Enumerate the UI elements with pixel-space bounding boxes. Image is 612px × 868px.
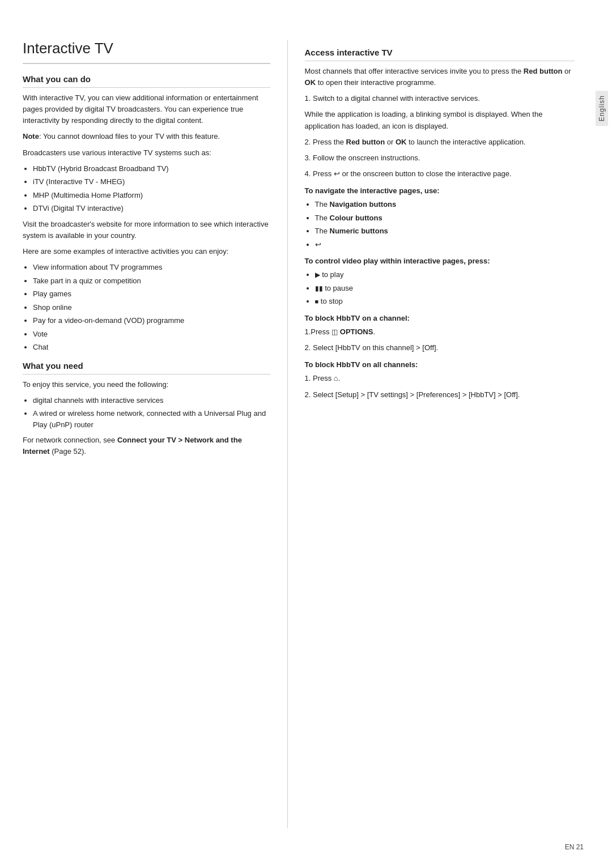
network-para-pre: For network connection, see — [23, 436, 117, 444]
list-item: ↩ — [315, 239, 575, 250]
access-title: Access interactive TV — [305, 48, 575, 61]
list-item: A wired or wireless home network, connec… — [33, 408, 270, 430]
back-icon-nav: ↩ — [315, 239, 321, 250]
numeric-buttons-label: Numeric buttons — [330, 227, 388, 235]
list-item: The Colour buttons — [315, 212, 575, 224]
list-item: Vote — [33, 329, 270, 340]
activities-list: View information about TV programmes Tak… — [33, 262, 270, 353]
block-all-title: To block HbbTV on all channels: — [305, 359, 575, 371]
step2-end: to launch the interactive application. — [406, 138, 525, 146]
access-para1-mid: or — [562, 67, 571, 75]
broadcasters-para: Broadcasters use various interactive TV … — [23, 147, 270, 159]
options-icon: ◫ — [332, 327, 338, 338]
navigation-buttons-label: Navigation buttons — [330, 200, 397, 209]
list-item: ▮▮ to pause — [315, 283, 575, 294]
list-item: View information about TV programmes — [33, 262, 270, 273]
list-item: digital channels with interactive servic… — [33, 395, 270, 406]
list-item: DTVi (Digital TV interactive) — [33, 203, 270, 214]
block-channel-title: To block HbbTV on a channel: — [305, 313, 575, 324]
block-step1-pre: 1.Press — [305, 327, 332, 336]
network-para-post: (Page 52). — [50, 447, 86, 456]
side-tab: English — [592, 23, 612, 845]
side-tab-label: English — [596, 91, 608, 126]
list-item: Take part in a quiz or competition — [33, 275, 270, 287]
examples-para: Here are some examples of interactive ac… — [23, 246, 270, 257]
page-title: Interactive TV — [23, 40, 270, 64]
requirements-list: digital channels with interactive servic… — [33, 395, 270, 431]
red-button-label: Red button — [524, 67, 563, 75]
list-item: iTV (Interactive TV - MHEG) — [33, 176, 270, 188]
block-all-step1-pre: 1. Press — [305, 374, 334, 382]
step2: 2. Press the Red button or OK to launch … — [305, 137, 575, 148]
access-para1-pre: Most channels that offer interactive ser… — [305, 67, 524, 75]
systems-list: HbbTV (Hybrid Broadcast Broadband TV) iT… — [33, 163, 270, 214]
step3: 3. Follow the onscreen instructions. — [305, 152, 575, 164]
control-list: ▶ to play ▮▮ to pause ■ to stop — [315, 269, 575, 307]
right-column: Access interactive TV Most channels that… — [288, 40, 575, 828]
back-icon: ↩ — [334, 168, 340, 180]
step2-red-button: Red button — [346, 138, 385, 146]
block-channel-step1: 1.Press ◫ OPTIONS. — [305, 326, 575, 338]
what-you-need-title: What you need — [23, 361, 270, 375]
home-icon: ⌂ — [334, 373, 338, 384]
list-item: Chat — [33, 342, 270, 353]
visit-para: Visit the broadcaster's website for more… — [23, 219, 270, 241]
list-item: Pay for a video-on-demand (VOD) programm… — [33, 315, 270, 326]
control-title: To control video play within interactive… — [305, 256, 575, 267]
list-item: Play games — [33, 288, 270, 300]
enjoy-para: To enjoy this service, you need the foll… — [23, 379, 270, 390]
block-step1-end: . — [373, 327, 375, 336]
block-all-step1: 1. Press ⌂. — [305, 373, 575, 384]
navigate-list: The Navigation buttons The Colour button… — [315, 199, 575, 250]
access-para1: Most channels that offer interactive ser… — [305, 66, 575, 88]
ok-label: OK — [305, 78, 316, 87]
list-item: HbbTV (Hybrid Broadcast Broadband TV) — [33, 163, 270, 175]
step4-pre: 4. Press — [305, 169, 334, 178]
options-label: OPTIONS — [338, 327, 373, 336]
access-para1-end: to open their interactive programme. — [316, 78, 436, 87]
colour-buttons-label: Colour buttons — [330, 214, 382, 222]
block-channel-step2: 2. Select [HbbTV on this channel] > [Off… — [305, 342, 575, 354]
list-item: Shop online — [33, 302, 270, 313]
step1-note: While the application is loading, a blin… — [305, 109, 575, 131]
list-item: The Numeric buttons — [315, 225, 575, 237]
pause-icon: ▮▮ — [315, 283, 323, 293]
step2-pre: 2. Press the — [305, 138, 346, 146]
navigate-title: To navigate the interactive pages, use: — [305, 185, 575, 197]
network-para: For network connection, see Connect your… — [23, 435, 270, 457]
play-icon: ▶ — [315, 270, 320, 280]
list-item: MHP (Multimedia Home Platform) — [33, 190, 270, 201]
step2-ok: OK — [396, 138, 407, 146]
block-all-step2: 2. Select [Setup] > [TV settings] > [Pre… — [305, 389, 575, 401]
page: Interactive TV What you can do With inte… — [0, 0, 612, 868]
left-column: Interactive TV What you can do With inte… — [23, 40, 288, 828]
list-item: The Navigation buttons — [315, 199, 575, 210]
content-area: Interactive TV What you can do With inte… — [0, 23, 592, 845]
note-text: : You cannot download files to your TV w… — [39, 132, 220, 141]
step1: 1. Switch to a digital channel with inte… — [305, 93, 575, 104]
block-all-step1-end: . — [338, 374, 341, 382]
what-you-can-do-para1: With interactive TV, you can view additi… — [23, 92, 270, 126]
note-para: Note: You cannot download files to your … — [23, 131, 270, 142]
step2-mid: or — [385, 138, 396, 146]
step4: 4. Press ↩ or the onscreen button to clo… — [305, 168, 575, 180]
list-item: ■ to stop — [315, 296, 575, 307]
list-item: ▶ to play — [315, 269, 575, 280]
step4-end: or the onscreen button to close the inte… — [340, 169, 512, 178]
what-you-can-do-title: What you can do — [23, 74, 270, 88]
page-footer: EN 21 — [565, 843, 584, 851]
note-label: Note — [23, 132, 39, 141]
